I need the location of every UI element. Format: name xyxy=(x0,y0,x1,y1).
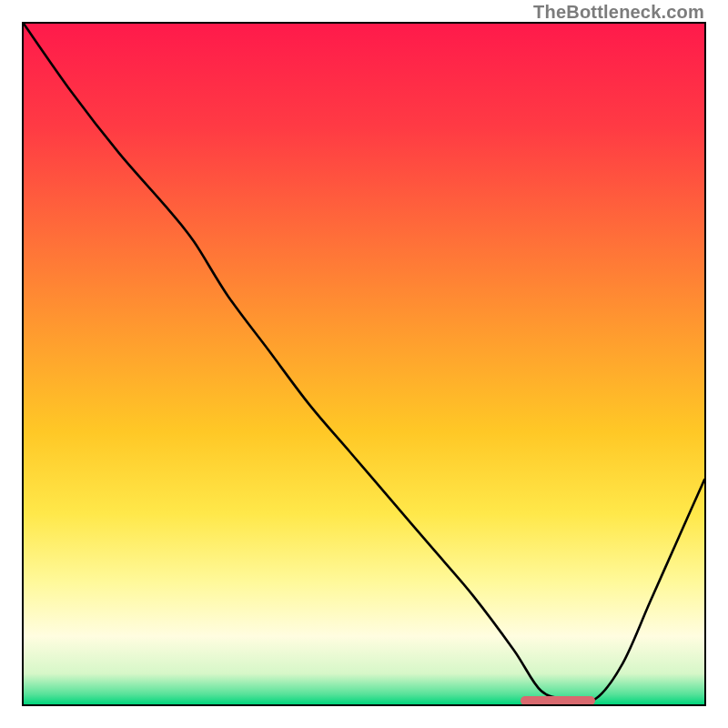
watermark-text: TheBottleneck.com xyxy=(533,2,704,23)
trough-marker xyxy=(521,696,595,705)
chart-frame xyxy=(22,22,706,706)
chart-curve xyxy=(24,24,704,704)
